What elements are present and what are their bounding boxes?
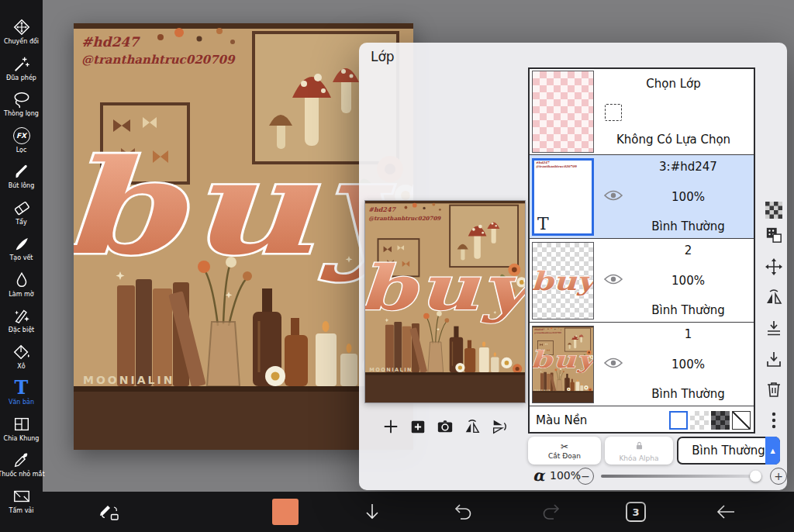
visibility-toggle[interactable] — [604, 357, 623, 371]
layer-thumbnail[interactable] — [532, 326, 594, 403]
layer-thumbnail[interactable]: #hd247 @tranthanhtruc020709 T — [532, 158, 594, 236]
layer-row[interactable]: buy 2 100% Bình Thường — [530, 239, 754, 323]
layer-info: 2 100% Bình Thường — [627, 244, 749, 317]
eraser-icon — [12, 198, 32, 218]
selection-thumbnail[interactable] — [532, 71, 594, 153]
thumb-script-text: buy — [533, 266, 593, 296]
sidebar-tool-frame-divider[interactable]: Chia Khung — [0, 414, 43, 451]
canvas-icon — [12, 486, 32, 506]
visibility-toggle[interactable] — [604, 273, 623, 288]
sidebar-tool-magic-wand[interactable]: Đũa phép — [0, 54, 43, 90]
alpha-symbol: α — [533, 466, 544, 485]
add-layer-filled-button[interactable] — [408, 416, 428, 437]
layers-list: Chọn Lớp Không Có Lựa Chọn #hd247 @trant… — [528, 67, 755, 434]
add-layer-button[interactable] — [381, 416, 401, 437]
layer-row[interactable]: 1 100% Bình Thường — [530, 323, 754, 406]
visibility-toggle[interactable] — [604, 189, 623, 204]
screentone-button[interactable] — [764, 225, 784, 245]
tool-label: Thuốc nhỏ mắt — [0, 471, 45, 478]
layer-opacity: 100% — [671, 190, 705, 204]
blend-stepper-icon[interactable]: ▲ — [765, 437, 780, 465]
layers-panel: Lớp Chọn Lớp Không Có Lựa Chọn #hd247 @t… — [359, 43, 787, 490]
layer-count-badge: 3 — [632, 506, 639, 518]
bg-color-swatch-transparent[interactable] — [732, 411, 751, 430]
sidebar-tool-special[interactable]: Đặc biệt — [0, 306, 43, 342]
alpha-lock-button[interactable]: Khóa Alpha — [605, 437, 673, 465]
flip-vertical-button[interactable] — [489, 416, 509, 437]
redo-button[interactable] — [540, 501, 562, 523]
brush-eraser-toggle[interactable] — [98, 501, 120, 523]
flip-horizontal-button[interactable] — [462, 416, 482, 437]
sidebar-tool-blur[interactable]: Làm mờ — [0, 270, 43, 306]
smudge-icon — [12, 233, 32, 254]
delete-layer-button[interactable] — [764, 379, 784, 399]
background-swatches — [669, 411, 751, 430]
move-layer-button[interactable] — [764, 257, 784, 277]
fx-filter-icon: FX — [12, 126, 32, 146]
layer-row[interactable]: #hd247 @tranthanhtruc020709 T 3:#hd247 1… — [530, 155, 754, 239]
transform-icon — [12, 17, 32, 37]
back-button[interactable] — [714, 501, 737, 523]
tool-label: Làm mờ — [9, 291, 33, 298]
blur-icon — [12, 270, 32, 290]
background-color-label: Màu Nền — [536, 413, 587, 427]
flip-layer-button[interactable] — [764, 288, 784, 308]
tool-label: Lọc — [16, 147, 27, 154]
bg-color-swatch-white-selected[interactable] — [669, 411, 688, 430]
sidebar-tool-text[interactable]: T Văn bản — [0, 378, 43, 414]
tool-label: Tạo vết — [9, 254, 33, 261]
sidebar-tool-transform[interactable]: Chuyển đổi — [0, 17, 43, 54]
layer-actions-toolbar — [381, 416, 509, 437]
layer-select-row[interactable]: Chọn Lớp Không Có Lựa Chọn — [530, 69, 754, 155]
app-screen: Chuyển đổi Đũa phép Thòng lọng FX Lọc Bú… — [0, 0, 794, 532]
layer-info: 1 100% Bình Thường — [627, 327, 749, 401]
bg-color-swatch-light-checker[interactable] — [690, 411, 709, 430]
alpha-slider-thumb[interactable] — [750, 471, 761, 482]
tool-label: Xô — [17, 363, 25, 370]
canvas-preview[interactable] — [364, 200, 526, 403]
sidebar-tool-bucket[interactable]: Xô — [0, 342, 43, 378]
text-layer-marker: T — [537, 216, 549, 233]
sidebar-tool-smudge[interactable]: Tạo vết — [0, 233, 43, 270]
sidebar-tool-eraser[interactable]: Tẩy — [0, 198, 43, 234]
layer-info: 3:#hd247 100% Bình Thường — [627, 160, 749, 233]
blend-mode-dropdown[interactable]: Bình Thường ▲ — [677, 437, 780, 465]
more-options-button[interactable] — [764, 410, 784, 430]
merge-layer-button[interactable] — [764, 319, 784, 339]
tool-label: Bút lông — [9, 182, 35, 189]
layer-blend: Bình Thường — [651, 219, 725, 233]
tool-label: Tấm vải — [9, 507, 34, 514]
layer-thumbnail[interactable]: buy — [532, 242, 594, 320]
layers-button[interactable]: 3 — [626, 502, 646, 522]
import-layer-button[interactable] — [764, 350, 784, 370]
brush-icon — [12, 161, 32, 181]
layer-opacity: 100% — [671, 358, 705, 371]
alpha-slider[interactable] — [601, 475, 762, 478]
special-pen-icon — [12, 306, 32, 326]
selection-dashed-icon — [605, 104, 622, 121]
undo-button[interactable] — [452, 501, 474, 523]
camera-import-button[interactable] — [435, 416, 455, 437]
sidebar-tool-eyedropper[interactable]: Thuốc nhỏ mắt — [0, 450, 43, 486]
text-tool-icon: T — [12, 378, 32, 398]
sidebar-tool-canvas[interactable]: Tấm vải — [0, 486, 43, 523]
sidebar-tool-brush[interactable]: Bút lông — [0, 161, 43, 198]
tool-label: Thòng lọng — [4, 110, 39, 117]
layer-name: 3:#hd247 — [659, 160, 717, 174]
sidebar-tool-lasso[interactable]: Thòng lọng — [0, 89, 43, 126]
active-color-swatch[interactable] — [272, 499, 299, 525]
down-arrow-button[interactable] — [362, 502, 382, 522]
bg-color-swatch-dark-checker[interactable] — [711, 411, 730, 430]
alpha-decrease-button[interactable]: − — [577, 468, 594, 485]
thumb-handle: @tranthanhtruc020709 — [534, 164, 592, 168]
background-color-row[interactable]: Màu Nền — [530, 406, 754, 434]
tool-label: Đũa phép — [6, 74, 36, 81]
alpha-increase-button[interactable]: + — [770, 468, 787, 485]
sidebar-tool-filter[interactable]: FX Lọc — [0, 126, 43, 162]
tool-label: Chia Khung — [4, 435, 40, 442]
layer-name: 2 — [685, 244, 692, 257]
transparency-bg-button[interactable] — [764, 200, 784, 220]
layer-opacity: 100% — [671, 274, 705, 288]
clip-button[interactable]: ✂ Cắt Đoạn — [528, 437, 601, 465]
layer-name: 1 — [685, 327, 692, 341]
